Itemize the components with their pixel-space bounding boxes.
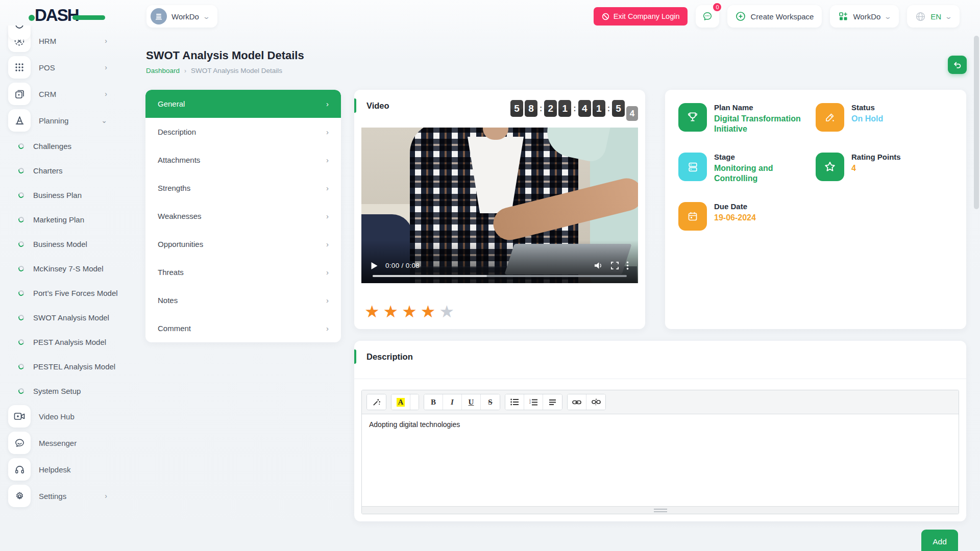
editor-toolbar: ABIUS12 — [362, 390, 959, 414]
toolbar-group: A — [391, 394, 419, 410]
apps-grid-icon — [838, 11, 848, 21]
color-dropdown-icon[interactable] — [410, 394, 419, 410]
sidebar-item-label: Planning — [39, 116, 101, 125]
create-workspace-button[interactable]: Create Workspace — [727, 5, 822, 28]
text-color-icon[interactable]: A — [391, 394, 410, 410]
tab-label: Strengths — [158, 184, 190, 192]
unlink-icon[interactable] — [586, 394, 605, 410]
unordered-list-icon[interactable] — [505, 394, 524, 410]
submenu-dot-icon — [17, 142, 24, 149]
paragraph-align-icon[interactable] — [543, 394, 562, 410]
tab-attachments[interactable]: Attachments › — [145, 146, 341, 174]
crm-icon — [8, 83, 31, 105]
style-magic-icon[interactable] — [367, 394, 386, 410]
submenu-dot-icon — [17, 289, 24, 296]
tab-strengths[interactable]: Strengths › — [145, 174, 341, 202]
trophy-icon — [678, 103, 707, 132]
detail-tabs-card: General ›Description ›Attachments ›Stren… — [145, 90, 341, 342]
fullscreen-icon[interactable] — [610, 261, 619, 270]
sidebar-item-charters[interactable]: Charters — [0, 158, 118, 183]
seek-bar[interactable] — [373, 275, 627, 277]
sidebar-subitem-label: Business Model — [33, 240, 87, 248]
play-icon[interactable] — [371, 262, 378, 270]
editor-content[interactable]: Adopting digital technologies — [362, 414, 959, 504]
bold-icon[interactable]: B — [424, 394, 443, 410]
sidebar-item-pest-analysis-model[interactable]: PEST Analysis Model — [0, 330, 118, 354]
scrollbar-thumb[interactable] — [974, 36, 979, 209]
sidebar-item-business-model[interactable]: Business Model — [0, 232, 118, 256]
editor-resize-handle[interactable] — [362, 506, 959, 514]
language-selector[interactable]: EN ⌄ — [907, 5, 960, 28]
sidebar-item-pos[interactable]: POS › — [0, 54, 118, 81]
sidebar-item-settings[interactable]: Settings › — [0, 483, 118, 509]
star-icon[interactable]: ★ — [364, 303, 380, 320]
detail-label: Due Date — [714, 202, 756, 211]
sidebar-item-video-hub[interactable]: Video Hub — [0, 403, 118, 430]
sidebar-item-messenger[interactable]: Messenger — [0, 430, 118, 456]
sidebar-item-challenges[interactable]: Challenges — [0, 134, 118, 158]
timer-colon: : — [573, 104, 576, 113]
star-icon[interactable]: ★ — [439, 303, 454, 320]
logo-bar — [72, 15, 105, 20]
underline-icon[interactable]: U — [462, 394, 481, 410]
strikethrough-icon[interactable]: S — [481, 394, 500, 410]
tab-opportunities[interactable]: Opportunities › — [145, 230, 341, 258]
star-icon[interactable]: ★ — [383, 303, 399, 320]
sidebar-item-crm[interactable]: CRM › — [0, 81, 118, 107]
chevron-right-icon: › — [105, 63, 107, 71]
add-button[interactable]: Add — [921, 530, 958, 551]
logo-text: DASH — [35, 6, 79, 25]
building-icon — [154, 12, 163, 21]
breadcrumb-dashboard-link[interactable]: Dashboard — [146, 67, 180, 74]
chevron-right-icon: › — [326, 268, 329, 277]
tab-description[interactable]: Description › — [145, 118, 341, 146]
tab-weaknesses[interactable]: Weaknesses › — [145, 202, 341, 230]
sidebar-item-swot-analysis-model[interactable]: SWOT Analysis Model — [0, 305, 118, 330]
video-hub-icon — [8, 405, 31, 428]
star-icon[interactable]: ★ — [402, 303, 417, 320]
italic-icon[interactable]: I — [443, 394, 462, 410]
breadcrumb-separator-icon: › — [184, 67, 186, 74]
sidebar-item-planning[interactable]: Planning ⌄ — [0, 107, 118, 134]
description-card-title: Description — [366, 352, 413, 362]
tab-general[interactable]: General › — [145, 90, 341, 118]
timer-digit: 1 — [593, 100, 605, 117]
insert-link-icon[interactable] — [568, 394, 586, 410]
ordered-list-icon[interactable]: 12 — [524, 394, 543, 410]
sidebar-item-system-setup[interactable]: System Setup — [0, 379, 118, 403]
tab-label: General — [158, 99, 185, 108]
video-player[interactable]: 0:00 / 0:08 — [361, 128, 638, 283]
exit-company-login-button[interactable]: Exit Company Login — [594, 7, 688, 26]
dash-logo[interactable]: DASH — [29, 7, 105, 27]
messages-button[interactable]: 0 — [696, 5, 719, 28]
sidebar-subitem-label: Business Plan — [33, 191, 82, 199]
chevron-right-icon: › — [326, 240, 329, 248]
sidebar-item-port-s-five-forces-model[interactable]: Port’s Five Forces Model — [0, 281, 118, 305]
workdo-apps-menu[interactable]: WorkDo ⌄ — [830, 5, 899, 28]
sidebar-item-business-plan[interactable]: Business Plan — [0, 183, 118, 207]
tab-notes[interactable]: Notes › — [145, 286, 341, 314]
submenu-dot-icon — [17, 314, 24, 321]
star-icon[interactable]: ★ — [421, 303, 436, 320]
sidebar-item-helpdesk[interactable]: Helpdesk — [0, 456, 118, 483]
back-button[interactable] — [948, 56, 967, 74]
divider — [354, 379, 966, 379]
sidebar-item-label: POS — [39, 63, 105, 72]
chevron-down-icon: ⌄ — [101, 116, 107, 124]
tab-comment[interactable]: Comment › — [145, 314, 341, 342]
sidebar-item-mckinsey-7-s-model[interactable]: McKinsey 7-S Model — [0, 256, 118, 281]
volume-icon[interactable] — [594, 261, 603, 270]
chevron-right-icon: › — [105, 90, 107, 98]
sidebar-item-cropped[interactable] — [8, 26, 110, 40]
sidebar-item-pestel-analysis-model[interactable]: PESTEL Analysis Model — [0, 354, 118, 379]
sidebar-item-label: Messenger — [39, 439, 107, 447]
detail-value: 19-06-2024 — [714, 213, 756, 223]
workspace-switcher[interactable]: WorkDo ⌄ — [146, 5, 217, 28]
toolbar-group: 12 — [505, 394, 562, 410]
submenu-dot-icon — [17, 191, 24, 198]
more-options-icon[interactable] — [626, 261, 629, 270]
sidebar-item-marketing-plan[interactable]: Marketing Plan — [0, 207, 118, 232]
tab-threats[interactable]: Threats › — [145, 258, 341, 286]
page-scrollbar[interactable] — [974, 36, 979, 551]
timer-digit: 5 — [612, 100, 625, 117]
